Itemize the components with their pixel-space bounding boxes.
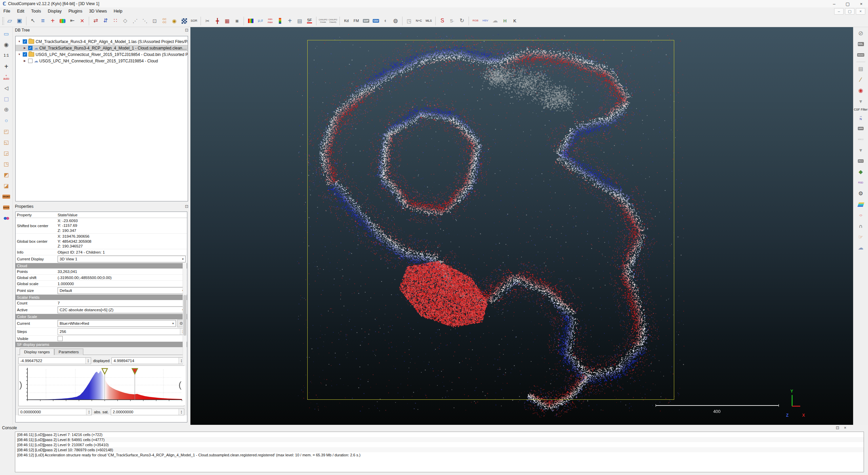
properties-float-icon[interactable]: ⊡	[185, 204, 188, 209]
sf-histogram[interactable]	[18, 365, 184, 406]
minimize-button[interactable]: –	[827, 0, 841, 7]
scissors-segment-button[interactable]: ✂	[203, 16, 212, 25]
toggle-properties-button[interactable]: ≡	[38, 16, 47, 25]
facets-button[interactable]: FM	[352, 16, 361, 25]
globe-projection-button[interactable]: ◍	[391, 16, 400, 25]
add-scalar-field-button[interactable]: +	[48, 16, 57, 25]
csf-layers-button[interactable]	[856, 200, 866, 209]
align-point-pairs-button[interactable]: ⇄	[91, 16, 100, 25]
pick-rotation-center-button[interactable]: ↖	[28, 16, 38, 25]
magnet-tool-button[interactable]: ∩	[856, 221, 866, 231]
sor-filter-button[interactable]: SOR	[189, 16, 199, 25]
point-picking-button[interactable]: ⋇	[232, 16, 242, 25]
menu-display[interactable]: Display	[44, 8, 65, 14]
child-restore-button[interactable]: ▢	[845, 8, 854, 15]
normals-curvature-button[interactable]: N+C	[414, 16, 423, 25]
subsample-button[interactable]: ∷	[111, 16, 120, 25]
tree-item[interactable]: ▼✓CM_TrackSurface_Runs3-4_RCP_Align_4_Mo…	[16, 38, 188, 45]
toolbar-drag-handle[interactable]	[2, 17, 4, 25]
set-pivot-button[interactable]: +	[1, 62, 12, 71]
volume-calc-button[interactable]: ☁	[856, 243, 866, 253]
sf-sat-max-input[interactable]: 2.00000000 ▴▾	[111, 409, 184, 415]
shield-b-button[interactable]: ▼	[856, 145, 866, 155]
add-constant-sf-button[interactable]: +	[285, 16, 294, 25]
active-dropdown[interactable]: C2C absolute distances[<5] (Z)▾	[58, 306, 186, 313]
close-button[interactable]: ×	[854, 0, 868, 7]
tree-item[interactable]: ▼✓USGS_LPC_NH_Connecticut_River_2015_19T…	[16, 51, 188, 58]
interactive-transform-button[interactable]: ╋	[213, 16, 222, 25]
steps-input[interactable]: 256▴▾	[58, 328, 186, 335]
current-display-dropdown[interactable]: 3D View 1▾	[58, 256, 186, 262]
zoom-1-1-button[interactable]: 1:1	[1, 51, 12, 60]
kd-tree-button[interactable]: Kd	[342, 16, 351, 25]
curve-fit-button[interactable]: S	[438, 16, 447, 25]
delete-sf-button[interactable]	[275, 16, 285, 25]
pivot-auto-button[interactable]: + auto	[1, 73, 12, 82]
k-filter-button[interactable]: K	[510, 16, 519, 25]
tab-display-ranges[interactable]: Display ranges	[20, 349, 54, 355]
curve-sample-button[interactable]: S·	[448, 16, 457, 25]
edl-shader-button[interactable]: EDL	[856, 39, 866, 49]
animation-button[interactable]: ▤	[856, 64, 866, 74]
menu-3d-views[interactable]: 3D Views	[86, 8, 110, 14]
tree-expander-icon[interactable]: ▶	[22, 46, 27, 50]
view-back-button[interactable]: ◳	[1, 159, 12, 169]
current-dropdown[interactable]: Blue>White>Red▾	[58, 320, 176, 327]
sf-range-max-input[interactable]: 4.99894714 ▴▾	[111, 357, 184, 364]
menu-tools[interactable]: Tools	[28, 8, 44, 14]
tab-parameters[interactable]: Parameters	[54, 349, 83, 355]
view-right-button[interactable]: ◩	[1, 170, 12, 180]
view-bottom-button[interactable]: ◪	[1, 181, 12, 191]
delete-entity-button[interactable]: ×	[78, 16, 87, 25]
screenshot-button[interactable]: ◉	[1, 40, 12, 50]
minmax-filter-button[interactable]: min max	[266, 16, 275, 25]
visible-checkbox[interactable]	[58, 336, 63, 341]
csv-export-button[interactable]: CSV	[371, 16, 380, 25]
properties-header[interactable]: Properties ⊡	[13, 203, 190, 210]
resample-button[interactable]	[180, 16, 189, 25]
sphere-tool-button[interactable]: ◐	[381, 16, 390, 25]
open-button[interactable]: ▱	[5, 16, 14, 25]
view-back-iso-button[interactable]: BACK	[1, 203, 12, 212]
menu-plugins[interactable]: Plugins	[65, 8, 86, 14]
db-tree-header[interactable]: DB Tree ⊡	[13, 27, 190, 33]
rgb-filter-button[interactable]: RGB	[471, 16, 480, 25]
h-filter-button[interactable]: H	[500, 16, 510, 25]
3d-viewport[interactable]: 400 Y X Z	[190, 27, 853, 425]
plugins-puzzle-button[interactable]: ◳	[405, 16, 414, 25]
menu-edit[interactable]: Edit	[14, 8, 28, 14]
hsv-filter-button[interactable]: HSV	[481, 16, 490, 25]
clean-broom-button[interactable]: ∕	[856, 75, 866, 84]
colorize-cloud-button[interactable]	[58, 16, 67, 25]
pan-view-button[interactable]: ⊕	[1, 105, 12, 115]
canupo-classify-button[interactable]: CANUPO Classify	[328, 16, 337, 25]
hand-pick-button[interactable]: ☞	[856, 232, 866, 242]
shield-a-button[interactable]: ▼	[856, 97, 866, 106]
console-close-icon[interactable]: ×	[844, 425, 846, 430]
view-left-button[interactable]: ◲	[1, 149, 12, 158]
tree-expander-icon[interactable]: ▼	[17, 40, 22, 43]
view-front-iso-button[interactable]: FRONT	[1, 192, 12, 201]
sf-calculator-button[interactable]: ▤	[295, 16, 304, 25]
cross-section-button[interactable]: ▦	[223, 16, 232, 25]
cloud-cloud-distance-button[interactable]: CC CC	[160, 16, 169, 25]
pcv-button[interactable]: PCV	[856, 156, 866, 166]
rsd-button[interactable]: RSD	[856, 178, 866, 187]
dodecahedron-button[interactable]: ◆	[856, 167, 866, 177]
global-zoom-button[interactable]: ◻	[1, 94, 12, 104]
stereo-mode-button[interactable]	[1, 214, 12, 223]
point-size-dropdown[interactable]: Default▾	[58, 287, 186, 294]
view-top-button[interactable]: ◰	[1, 127, 12, 136]
db-tree-list[interactable]: ▼✓CM_TrackSurface_Runs3-4_RCP_Align_4_Mo…	[15, 36, 188, 201]
compute-mesh-button[interactable]: ◇	[121, 16, 130, 25]
tree-visibility-checkbox[interactable]	[28, 59, 33, 63]
menu-help[interactable]: Help	[110, 8, 126, 14]
hpr-button[interactable]: HPR	[856, 124, 866, 133]
render-to-file-button[interactable]: ▭	[1, 29, 12, 39]
ellipse-tool-button[interactable]: ○	[856, 211, 866, 220]
child-minimize-button[interactable]: –	[834, 8, 844, 15]
sf-range-min-spinner[interactable]: ▴▾	[85, 358, 91, 364]
db-tree-float-icon[interactable]: ⊡	[185, 28, 188, 33]
canupo-create-button[interactable]: CANUPO Create	[318, 16, 328, 25]
sample-points-button[interactable]: ⋰	[130, 16, 140, 25]
